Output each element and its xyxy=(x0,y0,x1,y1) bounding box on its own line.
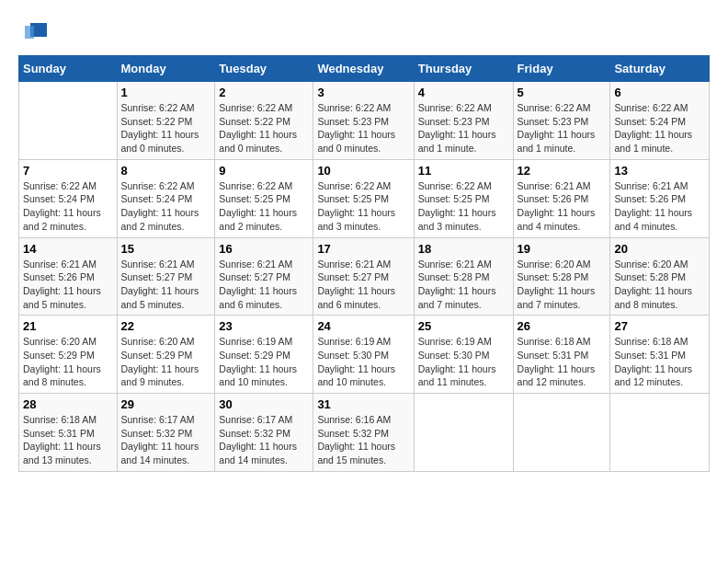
calendar-week-row: 1Sunrise: 6:22 AM Sunset: 5:22 PM Daylig… xyxy=(19,82,710,160)
day-number: 31 xyxy=(317,397,409,411)
day-number: 21 xyxy=(23,319,113,333)
calendar-cell: 9Sunrise: 6:22 AM Sunset: 5:25 PM Daylig… xyxy=(215,159,313,237)
day-number: 25 xyxy=(418,319,509,333)
day-number: 5 xyxy=(518,86,607,99)
day-info: Sunrise: 6:22 AM Sunset: 5:24 PM Dayligh… xyxy=(23,179,113,234)
day-info: Sunrise: 6:19 AM Sunset: 5:30 PM Dayligh… xyxy=(418,335,509,389)
calendar-header-row: SundayMondayTuesdayWednesdayThursdayFrid… xyxy=(19,56,710,82)
day-info: Sunrise: 6:22 AM Sunset: 5:24 PM Dayligh… xyxy=(121,179,211,234)
day-number: 6 xyxy=(614,86,705,99)
calendar-cell: 12Sunrise: 6:21 AM Sunset: 5:26 PM Dayli… xyxy=(513,159,610,237)
calendar-cell: 5Sunrise: 6:22 AM Sunset: 5:23 PM Daylig… xyxy=(513,82,610,160)
calendar-cell: 16Sunrise: 6:21 AM Sunset: 5:27 PM Dayli… xyxy=(215,237,313,316)
calendar-cell: 11Sunrise: 6:22 AM Sunset: 5:25 PM Dayli… xyxy=(414,159,513,237)
calendar-cell: 4Sunrise: 6:22 AM Sunset: 5:23 PM Daylig… xyxy=(414,82,513,160)
day-info: Sunrise: 6:22 AM Sunset: 5:23 PM Dayligh… xyxy=(317,101,409,155)
day-info: Sunrise: 6:21 AM Sunset: 5:26 PM Dayligh… xyxy=(614,179,705,234)
day-info: Sunrise: 6:18 AM Sunset: 5:31 PM Dayligh… xyxy=(614,335,705,389)
logo-icon xyxy=(21,18,49,46)
day-info: Sunrise: 6:21 AM Sunset: 5:27 PM Dayligh… xyxy=(121,258,211,312)
day-info: Sunrise: 6:20 AM Sunset: 5:28 PM Dayligh… xyxy=(614,258,705,312)
calendar-cell: 19Sunrise: 6:20 AM Sunset: 5:28 PM Dayli… xyxy=(513,237,610,316)
day-number: 20 xyxy=(614,242,705,256)
day-number: 27 xyxy=(614,319,705,333)
day-number: 17 xyxy=(317,242,409,256)
calendar-cell: 20Sunrise: 6:20 AM Sunset: 5:28 PM Dayli… xyxy=(610,237,710,316)
day-number: 29 xyxy=(121,397,211,411)
day-info: Sunrise: 6:22 AM Sunset: 5:25 PM Dayligh… xyxy=(317,179,409,234)
day-info: Sunrise: 6:21 AM Sunset: 5:28 PM Dayligh… xyxy=(418,258,509,312)
day-info: Sunrise: 6:22 AM Sunset: 5:22 PM Dayligh… xyxy=(121,101,211,155)
calendar-cell xyxy=(414,394,513,472)
svg-marker-1 xyxy=(25,26,34,39)
day-number: 7 xyxy=(23,164,113,178)
day-info: Sunrise: 6:16 AM Sunset: 5:32 PM Dayligh… xyxy=(317,413,409,467)
day-number: 19 xyxy=(518,242,607,256)
day-info: Sunrise: 6:21 AM Sunset: 5:27 PM Dayligh… xyxy=(219,258,309,312)
day-number: 15 xyxy=(121,242,211,256)
calendar-cell: 2Sunrise: 6:22 AM Sunset: 5:22 PM Daylig… xyxy=(215,82,313,160)
calendar-cell: 29Sunrise: 6:17 AM Sunset: 5:32 PM Dayli… xyxy=(117,394,215,472)
calendar-cell: 7Sunrise: 6:22 AM Sunset: 5:24 PM Daylig… xyxy=(19,159,118,237)
day-info: Sunrise: 6:22 AM Sunset: 5:23 PM Dayligh… xyxy=(418,101,509,155)
day-number: 22 xyxy=(121,319,211,333)
calendar-week-row: 14Sunrise: 6:21 AM Sunset: 5:26 PM Dayli… xyxy=(19,237,710,316)
day-info: Sunrise: 6:17 AM Sunset: 5:32 PM Dayligh… xyxy=(121,413,211,467)
calendar-header-monday: Monday xyxy=(117,56,215,82)
calendar-cell: 31Sunrise: 6:16 AM Sunset: 5:32 PM Dayli… xyxy=(313,394,414,472)
day-number: 10 xyxy=(317,164,409,178)
calendar-cell xyxy=(513,394,610,472)
logo xyxy=(18,18,49,46)
day-number: 13 xyxy=(614,164,705,178)
day-info: Sunrise: 6:22 AM Sunset: 5:25 PM Dayligh… xyxy=(219,179,309,234)
day-number: 8 xyxy=(121,164,211,178)
day-info: Sunrise: 6:22 AM Sunset: 5:25 PM Dayligh… xyxy=(418,179,509,234)
calendar-cell: 8Sunrise: 6:22 AM Sunset: 5:24 PM Daylig… xyxy=(117,159,215,237)
day-info: Sunrise: 6:21 AM Sunset: 5:26 PM Dayligh… xyxy=(23,258,113,312)
day-number: 4 xyxy=(418,86,509,99)
calendar-cell: 13Sunrise: 6:21 AM Sunset: 5:26 PM Dayli… xyxy=(610,159,710,237)
day-number: 18 xyxy=(418,242,509,256)
day-info: Sunrise: 6:20 AM Sunset: 5:29 PM Dayligh… xyxy=(121,335,211,389)
calendar-cell: 22Sunrise: 6:20 AM Sunset: 5:29 PM Dayli… xyxy=(117,316,215,394)
day-number: 9 xyxy=(219,164,309,178)
day-info: Sunrise: 6:22 AM Sunset: 5:22 PM Dayligh… xyxy=(219,101,309,155)
calendar-cell: 14Sunrise: 6:21 AM Sunset: 5:26 PM Dayli… xyxy=(19,237,118,316)
calendar-cell: 21Sunrise: 6:20 AM Sunset: 5:29 PM Dayli… xyxy=(19,316,118,394)
page-header xyxy=(18,18,710,46)
calendar-cell: 10Sunrise: 6:22 AM Sunset: 5:25 PM Dayli… xyxy=(313,159,414,237)
calendar-week-row: 21Sunrise: 6:20 AM Sunset: 5:29 PM Dayli… xyxy=(19,316,710,394)
day-info: Sunrise: 6:22 AM Sunset: 5:23 PM Dayligh… xyxy=(518,101,607,155)
day-number: 12 xyxy=(518,164,607,178)
day-info: Sunrise: 6:18 AM Sunset: 5:31 PM Dayligh… xyxy=(23,413,113,467)
calendar-header-tuesday: Tuesday xyxy=(215,56,313,82)
calendar-cell: 27Sunrise: 6:18 AM Sunset: 5:31 PM Dayli… xyxy=(610,316,710,394)
calendar-cell: 3Sunrise: 6:22 AM Sunset: 5:23 PM Daylig… xyxy=(313,82,414,160)
calendar-cell xyxy=(610,394,710,472)
calendar-cell: 25Sunrise: 6:19 AM Sunset: 5:30 PM Dayli… xyxy=(414,316,513,394)
calendar-cell xyxy=(19,82,118,160)
day-number: 16 xyxy=(219,242,309,256)
calendar-cell: 6Sunrise: 6:22 AM Sunset: 5:24 PM Daylig… xyxy=(610,82,710,160)
calendar-cell: 26Sunrise: 6:18 AM Sunset: 5:31 PM Dayli… xyxy=(513,316,610,394)
day-info: Sunrise: 6:20 AM Sunset: 5:29 PM Dayligh… xyxy=(23,335,113,389)
calendar-cell: 1Sunrise: 6:22 AM Sunset: 5:22 PM Daylig… xyxy=(117,82,215,160)
calendar-cell: 23Sunrise: 6:19 AM Sunset: 5:29 PM Dayli… xyxy=(215,316,313,394)
day-number: 24 xyxy=(317,319,409,333)
day-number: 14 xyxy=(23,242,113,256)
day-number: 28 xyxy=(23,397,113,411)
day-number: 26 xyxy=(518,319,607,333)
calendar-cell: 18Sunrise: 6:21 AM Sunset: 5:28 PM Dayli… xyxy=(414,237,513,316)
day-number: 1 xyxy=(121,86,211,99)
day-info: Sunrise: 6:21 AM Sunset: 5:26 PM Dayligh… xyxy=(518,179,607,234)
calendar-cell: 15Sunrise: 6:21 AM Sunset: 5:27 PM Dayli… xyxy=(117,237,215,316)
calendar-header-wednesday: Wednesday xyxy=(313,56,414,82)
day-number: 3 xyxy=(317,86,409,99)
day-info: Sunrise: 6:21 AM Sunset: 5:27 PM Dayligh… xyxy=(317,258,409,312)
calendar-cell: 17Sunrise: 6:21 AM Sunset: 5:27 PM Dayli… xyxy=(313,237,414,316)
calendar-cell: 24Sunrise: 6:19 AM Sunset: 5:30 PM Dayli… xyxy=(313,316,414,394)
day-info: Sunrise: 6:18 AM Sunset: 5:31 PM Dayligh… xyxy=(518,335,607,389)
calendar-header-thursday: Thursday xyxy=(414,56,513,82)
calendar-table: SundayMondayTuesdayWednesdayThursdayFrid… xyxy=(18,55,710,472)
day-info: Sunrise: 6:22 AM Sunset: 5:24 PM Dayligh… xyxy=(614,101,705,155)
